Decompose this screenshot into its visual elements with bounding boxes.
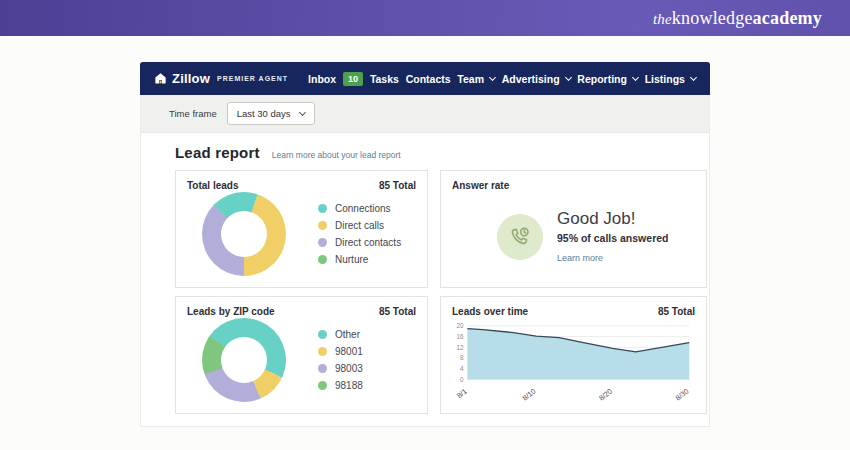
nav-item-label: Contacts [406, 73, 451, 85]
legend-swatch [318, 381, 327, 390]
chevron-down-icon [489, 73, 496, 80]
inbox-count-badge: 10 [343, 72, 363, 86]
phone-clock-icon [497, 214, 543, 260]
zip-legend: Other980019800398188 [318, 326, 363, 394]
house-icon [154, 72, 167, 85]
leads-over-time-chart: 0481216208/18/108/208/30 [447, 319, 697, 405]
chevron-down-icon [299, 109, 306, 116]
cards-grid: Total leads 85 Total ConnectionsDirect c… [175, 170, 705, 414]
legend-label: Other [335, 326, 360, 343]
svg-text:0: 0 [460, 376, 464, 383]
nav-item-label: Tasks [370, 73, 399, 85]
svg-text:8: 8 [460, 354, 464, 361]
zip-donut-chart [202, 318, 286, 402]
total-badge: 85 Total [379, 306, 416, 317]
zillow-logo[interactable]: Zillow PREMIER AGENT [154, 71, 288, 86]
timeframe-bar: Time frame Last 30 days [141, 95, 709, 133]
logo-main: knowledge [672, 8, 753, 28]
svg-text:4: 4 [460, 365, 464, 372]
legend-item: Nurture [318, 251, 401, 268]
learn-more-report-link[interactable]: Learn more about your lead report [272, 150, 401, 160]
nav-item-label: Listings [645, 73, 685, 85]
card-title: Answer rate [452, 180, 509, 191]
answer-rate-card: Answer rate Good Job! 95% of c [440, 170, 707, 288]
lead-report-content: Lead report Learn more about your lead r… [141, 144, 709, 426]
zillow-wordmark: Zillow [172, 71, 210, 86]
nav-item-tasks[interactable]: Tasks [370, 73, 399, 85]
answer-rate-headline: Good Job! [557, 209, 668, 229]
svg-text:8/1: 8/1 [455, 387, 469, 400]
card-title: Leads over time [452, 306, 528, 317]
total-leads-legend: ConnectionsDirect callsDirect contactsNu… [318, 200, 401, 268]
total-leads-donut-chart [202, 192, 286, 276]
legend-swatch [318, 204, 327, 213]
main-nav: Zillow PREMIER AGENT Inbox10TasksContact… [140, 62, 710, 95]
chevron-down-icon [632, 73, 639, 80]
leads-over-time-card: Leads over time 85 Total 0481216208/18/1… [440, 296, 707, 414]
page-title: Lead report [175, 144, 260, 161]
legend-item: Connections [318, 200, 401, 217]
nav-item-label: Reporting [577, 73, 627, 85]
answer-rate-stat: 95% of calls answered [557, 232, 668, 244]
legend-swatch [318, 238, 327, 247]
nav-item-reporting[interactable]: Reporting [577, 73, 638, 85]
legend-swatch [318, 330, 327, 339]
legend-item: 98003 [318, 360, 363, 377]
nav-item-listings[interactable]: Listings [645, 73, 696, 85]
legend-label: 98001 [335, 343, 363, 360]
nav-items: Inbox10TasksContactsTeamAdvertisingRepor… [308, 72, 696, 86]
premier-agent-label: PREMIER AGENT [217, 75, 288, 82]
timeframe-select[interactable]: Last 30 days [227, 102, 315, 125]
svg-text:12: 12 [456, 344, 464, 351]
legend-label: 98188 [335, 377, 363, 394]
legend-swatch [318, 221, 327, 230]
legend-item: Direct contacts [318, 234, 401, 251]
legend-swatch [318, 347, 327, 356]
page: theknowledgeacademy Zillow PREMIER AGENT… [0, 0, 850, 450]
knowledge-academy-logo: theknowledgeacademy [653, 8, 822, 29]
legend-label: Connections [335, 200, 391, 217]
timeframe-label: Time frame [169, 108, 217, 119]
chevron-down-icon [690, 73, 697, 80]
card-title: Total leads [187, 180, 239, 191]
nav-item-advertising[interactable]: Advertising [502, 73, 571, 85]
legend-swatch [318, 255, 327, 264]
nav-item-label: Advertising [502, 73, 560, 85]
logo-prefix: the [653, 11, 672, 27]
total-leads-card: Total leads 85 Total ConnectionsDirect c… [175, 170, 428, 288]
logo-bold: academy [753, 8, 822, 28]
legend-label: Direct calls [335, 217, 384, 234]
legend-item: Other [318, 326, 363, 343]
total-badge: 85 Total [379, 180, 416, 191]
chevron-down-icon [565, 73, 572, 80]
svg-text:16: 16 [456, 333, 464, 340]
card-title: Leads by ZIP code [187, 306, 275, 317]
site-header: theknowledgeacademy [0, 0, 850, 36]
svg-text:8/20: 8/20 [597, 387, 614, 403]
legend-item: Direct calls [318, 217, 401, 234]
timeframe-value: Last 30 days [237, 108, 291, 119]
zillow-dashboard: Zillow PREMIER AGENT Inbox10TasksContact… [140, 63, 710, 427]
nav-item-contacts[interactable]: Contacts [406, 73, 451, 85]
svg-text:20: 20 [456, 322, 464, 329]
leads-by-zip-card: Leads by ZIP code 85 Total Other98001980… [175, 296, 428, 414]
legend-swatch [318, 364, 327, 373]
legend-label: Direct contacts [335, 234, 401, 251]
nav-item-team[interactable]: Team [457, 73, 495, 85]
legend-item: 98188 [318, 377, 363, 394]
nav-item-label: Inbox [308, 73, 336, 85]
svg-text:8/30: 8/30 [674, 387, 691, 403]
legend-item: 98001 [318, 343, 363, 360]
svg-text:8/10: 8/10 [521, 387, 538, 403]
learn-more-link[interactable]: Learn more [557, 253, 603, 263]
nav-item-inbox[interactable]: Inbox10 [308, 72, 363, 86]
legend-label: 98003 [335, 360, 363, 377]
legend-label: Nurture [335, 251, 368, 268]
nav-item-label: Team [457, 73, 484, 85]
total-badge: 85 Total [658, 306, 695, 317]
